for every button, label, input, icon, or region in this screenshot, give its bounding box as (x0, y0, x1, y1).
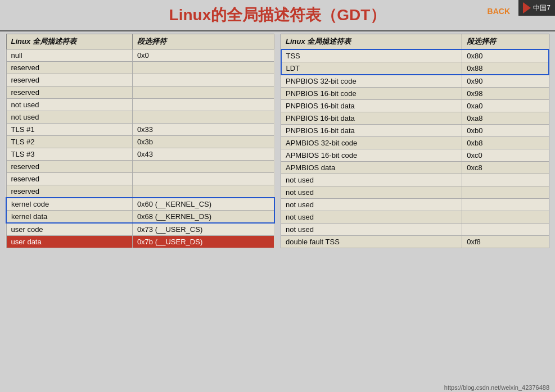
cell-value (132, 99, 274, 111)
cell-value: 0xa0 (462, 100, 549, 112)
table-row: PNPBIOS 16-bit data0xb0 (281, 125, 549, 137)
cell-name: not used (6, 99, 132, 111)
cell-value (132, 62, 274, 74)
table-row: APMBIOS 32-bit code0xb8 (281, 137, 549, 149)
cell-name: not used (281, 186, 462, 199)
table-row: reserved (6, 173, 274, 185)
table-row: not used (281, 211, 549, 224)
table-row: user code0x73 (__USER_CS) (6, 223, 274, 236)
cell-name: TSS (281, 49, 462, 62)
table-row: TSS0x80 (281, 49, 549, 62)
cell-value (462, 224, 549, 236)
cell-value: 0x43 (132, 148, 274, 161)
tables-area: Linux 全局描述符表 段选择符 null0x0reservedreserve… (0, 34, 555, 248)
table-row: reserved (6, 62, 274, 74)
table-row: not used (6, 99, 274, 111)
table-row: APMBIOS data0xc8 (281, 162, 549, 174)
cell-value (462, 174, 549, 186)
table-row: TLS #10x33 (6, 124, 274, 136)
cell-name: not used (281, 224, 462, 236)
table-row: kernel code0x60 (__KERNEL_CS) (6, 198, 274, 211)
cell-value: 0xc8 (462, 162, 549, 174)
table-row: user data0x7b (__USER_DS) (6, 236, 274, 248)
cell-name: double fault TSS (281, 236, 462, 248)
cell-name: kernel data (6, 211, 132, 224)
cell-value: 0x88 (462, 62, 549, 75)
cell-name: LDT (281, 62, 462, 75)
cell-value: 0x7b (__USER_DS) (132, 236, 274, 248)
cell-value: 0x90 (462, 75, 549, 88)
right-col2-header: 段选择符 (462, 34, 549, 50)
url-bar: https://blog.csdn.net/weixin_42376488 (444, 384, 549, 391)
table-row: PNPBIOS 16-bit data0xa0 (281, 100, 549, 112)
table-row: reserved (6, 86, 274, 99)
table-row: PNPBIOS 16-bit code0x98 (281, 88, 549, 100)
logo-text: 中国7 (533, 3, 551, 13)
cell-value: 0xf8 (462, 236, 549, 248)
cell-name: null (6, 49, 132, 62)
cell-name: kernel code (6, 198, 132, 211)
logo-badge: 中国7 (518, 0, 555, 16)
cell-name: APMBIOS data (281, 162, 462, 174)
cell-value: 0x73 (__USER_CS) (132, 223, 274, 236)
cell-value (462, 211, 549, 224)
cell-value: 0x60 (__KERNEL_CS) (132, 198, 274, 211)
cell-name: user data (6, 236, 132, 248)
cell-value: 0x68 (__KERNEL_DS) (132, 211, 274, 224)
cell-name: PNPBIOS 16-bit code (281, 88, 462, 100)
right-gdt-table: Linux 全局描述符表 段选择符 TSS0x80LDT0x88PNPBIOS … (281, 34, 550, 248)
cell-name: user code (6, 223, 132, 236)
left-col1-header: Linux 全局描述符表 (6, 34, 132, 49)
play-icon (523, 2, 531, 13)
cell-value (132, 86, 274, 99)
cell-name: reserved (6, 161, 132, 173)
table-row: not used (281, 224, 549, 236)
cell-name: PNPBIOS 32-bit code (281, 75, 462, 88)
right-table-body: TSS0x80LDT0x88PNPBIOS 32-bit code0x90PNP… (281, 49, 549, 248)
cell-value (132, 111, 274, 124)
table-row: not used (281, 199, 549, 211)
cell-name: not used (281, 199, 462, 211)
cell-value (132, 74, 274, 86)
table-row: not used (281, 186, 549, 199)
cell-value (462, 199, 549, 211)
cell-value: 0xb8 (462, 137, 549, 149)
cell-name: TLS #1 (6, 124, 132, 136)
cell-value: 0xc0 (462, 149, 549, 162)
cell-name: not used (6, 111, 132, 124)
cell-value: 0xb0 (462, 125, 549, 137)
cell-name: not used (281, 174, 462, 186)
divider (0, 30, 555, 31)
right-col1-header: Linux 全局描述符表 (281, 34, 462, 50)
cell-name: reserved (6, 173, 132, 185)
table-row: TLS #20x3b (6, 136, 274, 148)
table-row: reserved (6, 161, 274, 173)
table-row: double fault TSS0xf8 (281, 236, 549, 248)
cell-name: PNPBIOS 16-bit data (281, 112, 462, 125)
table-row: APMBIOS 16-bit code0xc0 (281, 149, 549, 162)
cell-value: 0x33 (132, 124, 274, 136)
page-title: Linux的全局描述符表（GDT） (169, 6, 386, 24)
table-row: kernel data0x68 (__KERNEL_DS) (6, 211, 274, 224)
table-row: null0x0 (6, 49, 274, 62)
cell-value (132, 173, 274, 185)
left-gdt-table: Linux 全局描述符表 段选择符 null0x0reservedreserve… (6, 34, 275, 248)
left-col2-header: 段选择符 (132, 34, 274, 49)
cell-value: 0xa8 (462, 112, 549, 125)
cell-value (132, 185, 274, 198)
cell-value: 0x98 (462, 88, 549, 100)
back-link[interactable]: BACK (488, 7, 510, 16)
cell-value: 0x80 (462, 49, 549, 62)
cell-name: PNPBIOS 16-bit data (281, 125, 462, 137)
title-bar: Linux的全局描述符表（GDT） BACK 中国7 (0, 0, 555, 28)
cell-name: TLS #2 (6, 136, 132, 148)
main-container: Linux的全局描述符表（GDT） BACK 中国7 Linux 全局描述符表 … (0, 0, 555, 392)
cell-value: 0x0 (132, 49, 274, 62)
cell-name: APMBIOS 32-bit code (281, 137, 462, 149)
table-row: LDT0x88 (281, 62, 549, 75)
table-row: not used (6, 111, 274, 124)
cell-name: reserved (6, 74, 132, 86)
cell-name: reserved (6, 185, 132, 198)
left-table-body: null0x0reservedreservedreservednot usedn… (6, 49, 274, 248)
cell-value (462, 186, 549, 199)
